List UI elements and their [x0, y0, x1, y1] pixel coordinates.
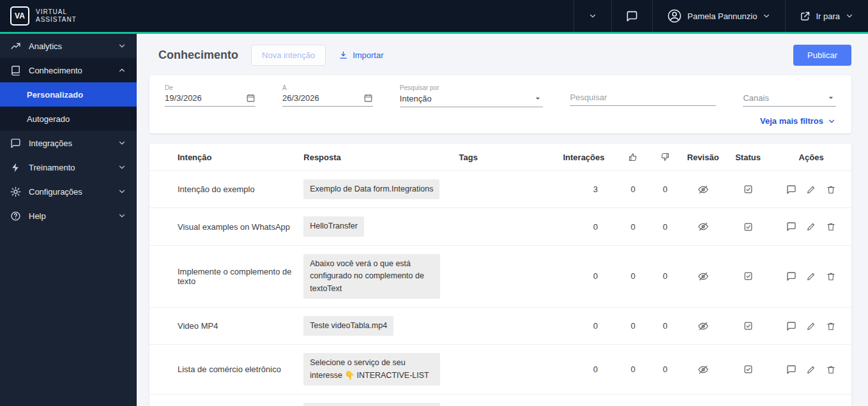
date-from-input[interactable]	[165, 93, 242, 103]
comment-icon[interactable]	[786, 222, 796, 232]
trash-icon[interactable]	[826, 321, 836, 331]
trash-icon[interactable]	[826, 222, 836, 232]
date-to-input[interactable]	[282, 93, 360, 103]
dislikes-cell: 0	[649, 245, 681, 307]
chart-icon	[10, 41, 21, 52]
check-square-icon[interactable]	[743, 365, 753, 374]
check-square-icon[interactable]	[743, 321, 753, 331]
actions-cell	[771, 345, 851, 395]
sidebar-child-label: Personalizado	[27, 90, 83, 100]
sidebar-item-analytics[interactable]: Analytics	[0, 34, 137, 58]
brand-line2: ASSISTANT	[36, 16, 77, 24]
intent-cell: Visual examples on WhatsApp	[149, 208, 298, 245]
sidebar-item-autogerado[interactable]: Autogerado	[0, 107, 137, 131]
intent-cell: Implemente o complemento de texto	[149, 245, 298, 307]
response-cell: Exemplo de Data form.Integrations	[298, 171, 453, 208]
actions-cell	[771, 245, 851, 307]
date-from-field[interactable]: De	[165, 84, 255, 107]
table-row: Video MP4 Teste videoTabla.mp4 0 0 0	[149, 307, 851, 344]
date-to-label: A	[282, 84, 373, 91]
external-link-icon	[800, 11, 811, 22]
tags-cell	[454, 171, 558, 208]
sidebar-item-label: Integrações	[29, 139, 110, 148]
header-review: Revisão	[681, 144, 725, 171]
comment-icon[interactable]	[786, 365, 796, 375]
interactions-cell: 0	[558, 208, 617, 245]
topbar-messages-button[interactable]	[611, 0, 652, 32]
sidebar-item-conhecimento[interactable]: Conhecimento	[0, 58, 137, 82]
import-button[interactable]: Importar	[339, 50, 383, 60]
comment-icon[interactable]	[786, 321, 796, 331]
thumb-up-icon	[628, 152, 638, 162]
go-to-menu[interactable]: Ir para	[785, 0, 868, 32]
header-actions: Ações	[771, 144, 851, 171]
calendar-icon[interactable]	[246, 93, 255, 103]
chevron-down-icon	[118, 41, 126, 50]
user-menu[interactable]: Pamela Pannunzio	[652, 0, 785, 32]
intent-cell: Intenção do exemplo	[149, 171, 298, 208]
response-chip: Selecione o serviço de seu interesse 👇 I…	[303, 353, 440, 386]
actions-cell	[771, 171, 851, 208]
comment-icon[interactable]	[786, 184, 796, 195]
likes-cell: 0	[617, 171, 649, 208]
dislikes-cell: 0	[649, 307, 681, 344]
search-input[interactable]	[570, 93, 716, 102]
likes-cell: 0	[617, 245, 649, 307]
sidebar-item-label: Configurações	[29, 187, 110, 197]
new-intent-button[interactable]: Nova intenção	[251, 45, 326, 66]
brand: VA VIRTUAL ASSISTANT	[0, 0, 137, 32]
trash-icon[interactable]	[826, 271, 836, 282]
date-to-field[interactable]: A	[282, 84, 373, 107]
calendar-icon[interactable]	[363, 93, 373, 103]
eye-off-icon[interactable]	[697, 271, 709, 282]
header-interactions: Interações	[558, 144, 617, 171]
more-filters-link[interactable]: Veja mais filtros	[165, 116, 836, 126]
search-by-select[interactable]: Pesquisar por Intenção	[400, 84, 544, 107]
search-field[interactable]	[570, 84, 716, 107]
header-intent: Intenção	[149, 144, 298, 171]
review-cell	[681, 395, 725, 406]
brand-line1: VIRTUAL	[36, 8, 77, 17]
pencil-icon[interactable]	[806, 222, 816, 232]
review-cell	[681, 307, 725, 344]
status-cell	[725, 395, 771, 406]
eye-off-icon[interactable]	[697, 184, 709, 195]
actions-cell	[771, 395, 851, 406]
eye-off-icon[interactable]	[697, 320, 709, 332]
download-icon	[339, 50, 348, 60]
sidebar-item-label: Treinamento	[29, 163, 110, 172]
topbar-dropdown[interactable]	[574, 0, 611, 32]
trash-icon[interactable]	[826, 184, 836, 195]
channels-select[interactable]: Canais	[743, 84, 836, 107]
comment-icon[interactable]	[786, 271, 796, 282]
channels-value: Canais	[743, 93, 822, 103]
trash-icon[interactable]	[826, 365, 836, 375]
sidebar-item-treinamento[interactable]: Treinamento	[0, 155, 137, 179]
sidebar-item-label: Help	[29, 211, 110, 221]
response-cell: ✅ Conheça todas as novidades em nossa Su…	[298, 395, 453, 406]
sidebar-child-label: Autogerado	[27, 114, 70, 124]
check-square-icon[interactable]	[743, 271, 753, 281]
check-square-icon[interactable]	[743, 222, 753, 232]
chevron-down-icon	[762, 11, 771, 20]
bolt-icon	[10, 162, 21, 173]
pencil-icon[interactable]	[806, 365, 816, 375]
sidebar-item-integracoes[interactable]: Integrações	[0, 131, 137, 155]
eye-off-icon[interactable]	[697, 364, 709, 375]
response-cell: Teste videoTabla.mp4	[298, 307, 453, 344]
pencil-icon[interactable]	[806, 184, 816, 195]
sidebar-item-configuracoes[interactable]: Configurações	[0, 179, 137, 204]
check-square-icon[interactable]	[743, 184, 753, 194]
pencil-icon[interactable]	[806, 321, 816, 331]
interactions-cell: 0	[558, 345, 617, 395]
pencil-icon[interactable]	[806, 271, 816, 282]
eye-off-icon[interactable]	[697, 221, 709, 232]
sidebar-item-help[interactable]: Help	[0, 204, 137, 228]
likes-cell: 0	[617, 307, 649, 344]
chevron-down-icon	[118, 163, 126, 172]
publish-button[interactable]: Publicar	[793, 45, 851, 66]
status-cell	[725, 208, 771, 245]
gear-icon	[10, 186, 21, 197]
header-tags: Tags	[454, 144, 558, 171]
sidebar-item-personalizado[interactable]: Personalizado	[0, 82, 137, 107]
